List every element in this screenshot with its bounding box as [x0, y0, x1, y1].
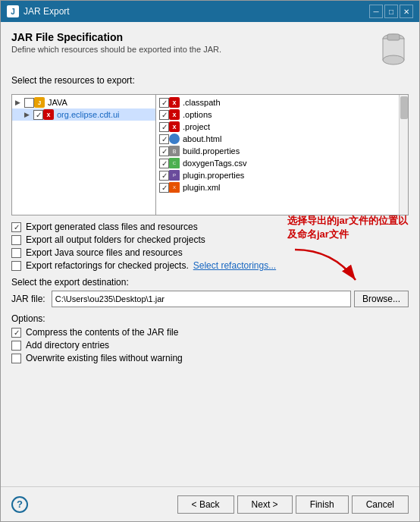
- navigation-buttons: < Back Next > Finish Cancel: [177, 495, 409, 514]
- doxygen-label: doxygenTags.csv: [183, 159, 246, 168]
- add-directory-row: Add directory entries: [11, 340, 409, 351]
- tree-item-plugin-props[interactable]: P plugin.properties: [156, 169, 399, 181]
- left-tree[interactable]: ▶ J JAVA ▶ x org.eclipse.cdt.ui: [12, 95, 156, 215]
- cb-overwrite[interactable]: [11, 354, 21, 363]
- checkbox-build-props[interactable]: [159, 146, 169, 156]
- checkbox-java[interactable]: [24, 98, 34, 108]
- maximize-button[interactable]: □: [384, 5, 398, 18]
- export-output-label: Export all output folders for checked pr…: [26, 234, 205, 245]
- overwrite-row: Overwrite existing files without warning: [11, 353, 409, 363]
- about-icon: [169, 134, 180, 144]
- plugin-xml-icon: X: [169, 182, 180, 193]
- cb-export-java[interactable]: [11, 248, 21, 258]
- classpath-icon: x: [169, 97, 180, 108]
- jar-file-label: JAR file:: [11, 291, 45, 307]
- export-refactorings-row: Export refactorings for checked projects…: [11, 260, 409, 271]
- cancel-button[interactable]: Cancel: [352, 495, 409, 514]
- doxygen-icon: C: [169, 158, 180, 168]
- tree-item-project[interactable]: x .project: [156, 121, 399, 133]
- cb-export-class-files[interactable]: [11, 222, 21, 232]
- main-content: JAR File Specification Define which reso…: [1, 22, 419, 486]
- export-class-files-label: Export generated class files and resourc…: [26, 222, 198, 232]
- help-button[interactable]: ?: [11, 496, 28, 513]
- checkbox-org-eclipse[interactable]: [33, 110, 43, 120]
- tree-item-about[interactable]: about.html: [156, 133, 399, 145]
- right-tree-scrollbar[interactable]: [399, 95, 408, 215]
- expand-arrow-eclipse: ▶: [24, 111, 32, 118]
- export-options-checkboxes: Export generated class files and resourc…: [11, 222, 409, 271]
- cb-add-directory[interactable]: [11, 341, 21, 351]
- tree-item-build-props[interactable]: B build.properties: [156, 145, 399, 157]
- build-props-icon: B: [169, 146, 180, 156]
- checkbox-options[interactable]: [159, 110, 169, 120]
- title-bar: J JAR Export ─ □ ✕: [1, 1, 419, 22]
- export-destination-section: Select the export destination: JAR file:…: [11, 277, 409, 307]
- bottom-bar: ? < Back Next > Finish Cancel: [1, 486, 419, 521]
- plugin-props-icon: P: [169, 170, 180, 181]
- svg-point-2: [383, 55, 404, 64]
- eclipse-label: org.eclipse.cdt.ui: [57, 110, 120, 119]
- checkbox-doxygen[interactable]: [159, 159, 169, 168]
- bottom-left: ?: [11, 496, 28, 513]
- browse-button[interactable]: Browse...: [354, 291, 409, 307]
- title-bar-left: J JAR Export: [7, 5, 70, 17]
- tree-item-java[interactable]: ▶ J JAVA: [12, 96, 155, 108]
- minimize-button[interactable]: ─: [369, 5, 383, 18]
- checkbox-project[interactable]: [159, 122, 169, 132]
- window-controls: ─ □ ✕: [369, 5, 413, 18]
- project-icon: x: [169, 121, 180, 132]
- classpath-label: .classpath: [183, 98, 221, 107]
- tree-item-plugin-xml[interactable]: X plugin.xml: [156, 181, 399, 193]
- checkbox-classpath[interactable]: [159, 98, 169, 108]
- java-folder-icon: J: [34, 97, 45, 108]
- right-tree[interactable]: x .classpath x .options x .project: [156, 95, 399, 215]
- finish-button[interactable]: Finish: [296, 495, 349, 514]
- export-java-row: Export Java source files and resources: [11, 247, 409, 258]
- jar-illustration: [378, 31, 409, 66]
- tree-item-classpath[interactable]: x .classpath: [156, 96, 399, 108]
- jar-file-input[interactable]: [52, 291, 351, 307]
- options-section: Options: Compress the contents of the JA…: [11, 313, 409, 363]
- page-header: JAR File Specification Define which reso…: [11, 31, 409, 66]
- cb-export-output[interactable]: [11, 235, 21, 245]
- window-title: JAR Export: [24, 6, 70, 17]
- page-subtitle: Define which resources should be exporte…: [11, 45, 221, 54]
- compress-label: Compress the contents of the JAR file: [26, 327, 178, 338]
- options-label: .options: [183, 110, 212, 119]
- next-button[interactable]: Next >: [237, 495, 293, 514]
- about-label: about.html: [183, 134, 221, 143]
- page-title: JAR File Specification: [11, 31, 221, 43]
- eclipse-folder-icon: x: [43, 109, 54, 120]
- checkbox-plugin-xml[interactable]: [159, 183, 169, 193]
- checkbox-about[interactable]: [159, 134, 169, 144]
- resource-pane: ▶ J JAVA ▶ x org.eclipse.cdt.ui: [11, 94, 409, 215]
- back-button[interactable]: < Back: [177, 495, 234, 514]
- svg-rect-3: [387, 34, 400, 40]
- options-label: Options:: [11, 313, 409, 324]
- tree-item-options[interactable]: x .options: [156, 108, 399, 121]
- checkbox-plugin-props[interactable]: [159, 171, 169, 181]
- tree-item-org-eclipse[interactable]: ▶ x org.eclipse.cdt.ui: [12, 108, 155, 121]
- project-label: .project: [183, 122, 210, 131]
- export-refactorings-label: Export refactorings for checked projects…: [26, 260, 189, 271]
- compress-row: Compress the contents of the JAR file: [11, 327, 409, 338]
- export-output-row: Export all output folders for checked pr…: [11, 234, 409, 245]
- cb-compress[interactable]: [11, 328, 21, 338]
- plugin-xml-label: plugin.xml: [183, 183, 221, 192]
- build-props-label: build.properties: [183, 146, 240, 156]
- export-java-label: Export Java source files and resources: [26, 247, 183, 258]
- plugin-props-label: plugin.properties: [183, 171, 244, 180]
- tree-item-doxygen[interactable]: C doxygenTags.csv: [156, 157, 399, 169]
- add-directory-label: Add directory entries: [26, 340, 109, 351]
- resources-label: Select the resources to export:: [11, 75, 409, 86]
- cb-export-refactorings[interactable]: [11, 261, 21, 271]
- dest-row: JAR file: Browse...: [11, 291, 409, 307]
- select-refactorings-link[interactable]: Select refactorings...: [193, 260, 276, 271]
- window-icon: J: [7, 5, 19, 17]
- export-class-files-row: Export generated class files and resourc…: [11, 222, 409, 232]
- overwrite-label: Overwrite existing files without warning: [26, 353, 183, 363]
- expand-arrow-java: ▶: [15, 99, 23, 106]
- java-label: JAVA: [48, 98, 67, 107]
- close-button[interactable]: ✕: [400, 5, 413, 18]
- right-tree-wrapper: x .classpath x .options x .project: [156, 95, 408, 215]
